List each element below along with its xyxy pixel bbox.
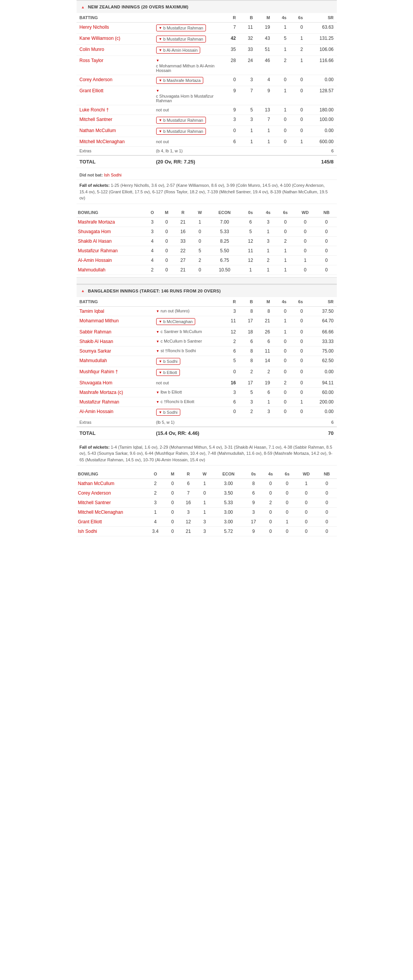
r-cell: 6 [222, 397, 239, 407]
sr-col-header: SR [306, 13, 336, 23]
player-link[interactable]: Shuvagata Hom [80, 380, 113, 385]
bd-econ-col: ECON [212, 469, 245, 479]
player-link[interactable]: Soumya Sarkar [80, 348, 111, 354]
r-bowling-cell: 16 [180, 498, 197, 508]
dismissal-text: not out [156, 381, 169, 385]
bowler-link[interactable]: Mitchell Santner [78, 500, 111, 505]
6s-bowling-cell: 1 [277, 246, 294, 255]
player-link[interactable]: Luke Ronchi † [80, 107, 109, 113]
m-cell: 14 [256, 356, 273, 367]
nb-bowling-cell: 0 [317, 517, 336, 527]
bowler-link[interactable]: Grant Elliott [78, 519, 102, 524]
dismissal-arrow-icon: ▼ [156, 59, 160, 62]
nb-bowling-cell: 0 [316, 227, 336, 236]
r-cell: 3 [222, 306, 239, 316]
4s-cell: 0 [273, 137, 289, 147]
bd-total-value: 70 [222, 427, 337, 439]
player-link[interactable]: Mohammad Mithun [80, 318, 119, 323]
total-detail: (20 Ov, RR: 7.25) [153, 155, 222, 168]
o-bowling-cell: 3 [145, 227, 160, 236]
dismissal-arrow-icon: ▼ [156, 309, 160, 313]
r-bowling-cell: 22 [174, 246, 192, 255]
dismissal-arrow-icon: ▼ [159, 359, 162, 363]
bowler-link[interactable]: Mahmudullah [78, 267, 106, 273]
nz-batting-table: BATTING R B M 4s 6s SR Henry Nicholls▼b … [77, 13, 337, 168]
b-cell: 5 [239, 105, 256, 115]
dismissal-cell: ▼b Al-Amin Hossain [153, 45, 222, 56]
player-link[interactable]: Kane Williamson (c) [80, 36, 121, 41]
player-link[interactable]: Corey Anderson [80, 77, 113, 82]
4s-bowling-cell: 1 [260, 227, 277, 236]
player-link[interactable]: Al-Amin Hossain [80, 409, 114, 414]
m-bowling-cell: 0 [159, 255, 174, 265]
w-bowling-cell: 0 [192, 227, 208, 236]
w-bowling-cell: 3 [197, 527, 212, 536]
0s-bowling-cell: 8 [245, 479, 262, 488]
o-bowling-cell: 1 [145, 508, 166, 517]
bd-collapse-arrow-icon[interactable]: ▲ [81, 289, 85, 293]
bd-extras-row: Extras (lb 5, w 1) 6 [77, 418, 337, 427]
bowler-link[interactable]: Mustafizur Rahman [78, 248, 118, 253]
player-link[interactable]: Nathan McCullum [80, 128, 116, 133]
player-link[interactable]: Sabbir Rahman [80, 329, 111, 335]
bowler-name-cell: Mustafizur Rahman [77, 246, 145, 255]
bd-extras-label: Extras [77, 418, 153, 427]
bowler-link[interactable]: Ish Sodhi [78, 529, 97, 534]
6s-bowling-cell: 0 [279, 498, 295, 508]
r-cell: 42 [222, 34, 239, 45]
nz-fall-of-wickets: Fall of wickets: 1-25 (Henry Nicholls, 3… [77, 180, 337, 204]
player-name-cell: Mahmudullah [77, 356, 153, 367]
bd-w-col: W [197, 469, 212, 479]
bowler-link[interactable]: Shuvagata Hom [78, 229, 111, 234]
4s-cell: 1 [273, 45, 289, 56]
0s-bowling-cell: 12 [242, 236, 260, 246]
player-link[interactable]: Shakib Al Hasan [80, 339, 113, 344]
m-cell: 6 [256, 387, 273, 397]
4s-bowling-cell: 0 [262, 508, 279, 517]
player-link[interactable]: Mustafizur Rahman [80, 399, 119, 405]
o-bowling-cell: 3 [145, 217, 160, 227]
collapse-arrow-icon[interactable]: ▲ [81, 5, 85, 9]
6s-col-header: 6s [289, 13, 306, 23]
wd-bowling-cell: 0 [294, 265, 316, 274]
r-cell: 3 [222, 115, 239, 126]
bd-total-row: TOTAL (15.4 Ov, RR: 4.46) 70 [77, 427, 337, 439]
m-cell: 11 [256, 346, 273, 356]
player-link[interactable]: Colin Munro [80, 47, 104, 52]
player-link[interactable]: Henry Nicholls [80, 24, 109, 30]
4s-cell: 0 [273, 407, 289, 418]
player-link[interactable]: Mushfiqur Rahim † [80, 369, 118, 374]
bowler-link[interactable]: Nathan McCullum [78, 481, 114, 486]
table-row: Shakib Al Hasan403308.25123200 [77, 236, 337, 246]
table-row: Colin Munro▼b Al-Amin Hossain35335112106… [77, 45, 337, 56]
extras-value: 6 [222, 147, 337, 156]
player-link[interactable]: Mashrafe Mortaza (c) [80, 390, 123, 395]
player-link[interactable]: Mitchell Santner [80, 117, 113, 122]
bd-4s-col2: 4s [262, 469, 279, 479]
player-link[interactable]: Mitchell McClenaghan [80, 139, 125, 144]
ish-sodhi-link[interactable]: Ish Sodhi [104, 173, 122, 177]
6s-cell: 0 [289, 126, 306, 137]
4s-cell: 0 [273, 387, 289, 397]
sr-cell: 0.00 [306, 407, 336, 418]
m-cell: 3 [256, 407, 273, 418]
player-link[interactable]: Mahmudullah [80, 358, 107, 363]
dismissal-inline: ▼ lbw b Elliott [156, 390, 219, 394]
dismissal-cell: ▼ c McCullum b Santner [153, 336, 222, 346]
bd-6s-col: 6s [289, 297, 306, 307]
player-link[interactable]: Ross Taylor [80, 58, 103, 63]
r-bowling-cell: 3 [180, 508, 197, 517]
player-name-cell: Colin Munro [77, 45, 153, 56]
bowler-link[interactable]: Shakib Al Hasan [78, 238, 112, 244]
table-row: Mahmudullah▼b Sodhi58140062.50 [77, 356, 337, 367]
bowler-link[interactable]: Corey Anderson [78, 490, 111, 496]
player-link[interactable]: Tamim Iqbal [80, 309, 104, 314]
table-row: Shuvagata Homnot out1617192094.11 [77, 378, 337, 387]
sr-cell: 600.00 [306, 137, 336, 147]
bowler-link[interactable]: Al-Amin Hossain [78, 258, 112, 263]
bd-dismissal-col [153, 297, 222, 307]
bowler-link[interactable]: Mashrafe Mortaza [78, 219, 115, 225]
player-link[interactable]: Grant Elliott [80, 88, 104, 93]
bowler-link[interactable]: Mitchell McClenaghan [78, 510, 123, 515]
dismissal-cell: ▼b Mustafizur Rahman [153, 34, 222, 45]
